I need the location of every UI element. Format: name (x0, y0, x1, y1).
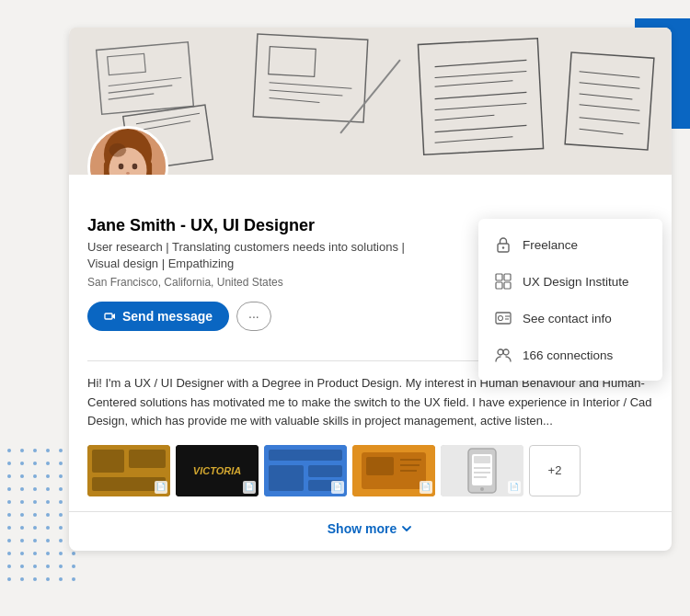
portfolio-more-button[interactable]: +2 (529, 445, 581, 496)
headline-line2: Visual design | Empathizing (87, 257, 234, 270)
portfolio-thumb-3[interactable]: 📄 (264, 445, 347, 496)
dot-element (7, 526, 11, 530)
portfolio-thumb-1[interactable]: 📄 (87, 445, 170, 496)
dropdown-connections-label: 166 connections (523, 348, 613, 362)
dot-element (33, 513, 37, 517)
dot-element (59, 513, 63, 517)
dot-element (72, 565, 75, 568)
dot-element (20, 577, 24, 581)
doc-icon-2: 📄 (243, 481, 256, 494)
dot-element (20, 474, 24, 478)
dot-element (7, 577, 11, 581)
dot-element (7, 565, 11, 568)
dot-element (59, 552, 63, 555)
dot-element (7, 474, 11, 478)
lock-icon (493, 234, 513, 255)
svg-point-52 (503, 349, 509, 355)
svg-point-78 (480, 487, 484, 491)
dropdown-item-freelance[interactable]: Freelance (478, 226, 662, 263)
svg-point-36 (119, 164, 124, 170)
more-options-label: ··· (248, 309, 259, 324)
dot-element (46, 500, 50, 504)
dot-element (33, 487, 37, 491)
svg-rect-61 (269, 450, 342, 461)
send-message-label: Send message (122, 309, 213, 324)
dropdown-freelance-label: Freelance (523, 238, 578, 252)
dot-element (33, 565, 37, 568)
dot-element (46, 487, 50, 491)
dot-element (46, 462, 50, 465)
dropdown-popup: Freelance UX Design Institute (478, 219, 662, 381)
dot-element (20, 449, 24, 452)
svg-rect-74 (474, 456, 490, 463)
dot-element (59, 565, 63, 568)
svg-rect-62 (269, 465, 304, 491)
dot-element (59, 449, 63, 452)
dot-element (33, 552, 37, 555)
portfolio-thumb-4[interactable]: 📄 (352, 445, 435, 496)
svg-rect-46 (504, 282, 511, 289)
dot-element (7, 552, 11, 555)
portfolio-strip: 📄 VICTORIA 📄 📄 (69, 445, 672, 511)
headline-line1: User research | Translating customers ne… (87, 240, 405, 254)
svg-text:VICTORIA: VICTORIA (193, 465, 241, 476)
dot-element (33, 474, 37, 478)
show-more-button[interactable]: Show more (69, 511, 672, 551)
cover-image (69, 28, 672, 175)
svg-rect-44 (504, 274, 511, 280)
dot-element (20, 526, 24, 530)
dot-element (59, 474, 63, 478)
svg-rect-56 (129, 450, 166, 468)
doc-icon-1: 📄 (155, 481, 167, 494)
svg-point-48 (499, 316, 503, 321)
dot-element (46, 565, 50, 568)
dot-element (20, 565, 24, 568)
svg-point-37 (132, 164, 138, 170)
dot-element (7, 539, 11, 542)
dot-element (46, 577, 50, 581)
dot-element (59, 487, 63, 491)
svg-rect-55 (92, 450, 124, 473)
doc-icon-5: 📄 (508, 481, 521, 494)
dot-element (7, 513, 11, 517)
location-text: San Francisco, California, United States (87, 276, 283, 289)
svg-point-51 (498, 349, 503, 355)
dot-element (33, 526, 37, 530)
dot-element (20, 539, 24, 542)
doc-icon-4: 📄 (420, 481, 432, 494)
svg-point-40 (109, 143, 127, 157)
dot-element (59, 539, 63, 542)
svg-rect-63 (308, 465, 342, 477)
svg-rect-67 (366, 457, 394, 475)
dropdown-item-connections[interactable]: 166 connections (478, 337, 662, 373)
send-message-button[interactable]: Send message (87, 302, 229, 331)
dot-element (20, 462, 24, 465)
contact-icon (493, 308, 513, 328)
dot-element (33, 539, 37, 542)
dot-element (72, 552, 75, 555)
svg-point-38 (126, 172, 130, 175)
dropdown-item-contact[interactable]: See contact info (478, 300, 662, 337)
message-icon (104, 310, 117, 323)
dot-element (46, 449, 50, 452)
dot-element (7, 487, 11, 491)
dot-element (59, 462, 63, 465)
portfolio-thumb-5[interactable]: 📄 (441, 445, 523, 496)
show-more-label: Show more (328, 521, 397, 536)
dot-element (46, 526, 50, 530)
dropdown-item-uxdi[interactable]: UX Design Institute (478, 263, 662, 300)
more-options-button[interactable]: ··· (236, 302, 271, 331)
dot-element (20, 552, 24, 555)
portfolio-thumb-2[interactable]: VICTORIA 📄 (176, 445, 259, 496)
page-wrapper: // Will be rendered via JS below (0, 0, 690, 616)
dot-element (46, 552, 50, 555)
dot-element (20, 500, 24, 504)
dot-element (7, 449, 11, 452)
doc-icon-3: 📄 (331, 481, 344, 494)
profile-info: Jane Smith - UX, UI Designer User resear… (69, 175, 672, 360)
dot-element (46, 474, 50, 478)
dot-element (33, 500, 37, 504)
dot-element (20, 513, 24, 517)
profile-name: Jane Smith (87, 216, 176, 234)
dot-element (20, 487, 24, 491)
